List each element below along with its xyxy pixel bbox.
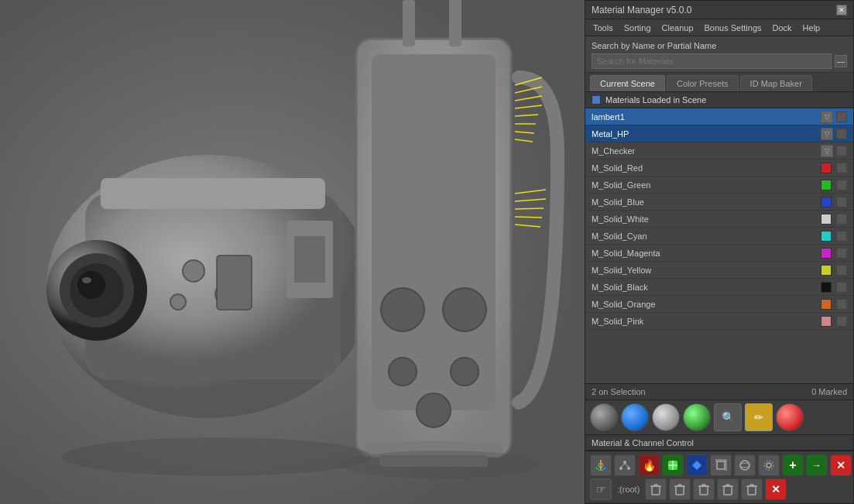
material-row[interactable]: Metal_HP ▽ bbox=[585, 125, 853, 142]
search-input[interactable] bbox=[592, 53, 832, 69]
preview-sphere-gray[interactable] bbox=[590, 403, 618, 431]
material-swatch bbox=[821, 265, 832, 276]
material-mark-button[interactable] bbox=[836, 129, 847, 139]
material-mark-button[interactable] bbox=[836, 163, 847, 173]
preview-sphere-silver[interactable] bbox=[652, 403, 680, 431]
material-row[interactable]: M_Solid_Green bbox=[585, 177, 853, 194]
svg-line-53 bbox=[625, 464, 629, 467]
svg-point-25 bbox=[417, 393, 451, 427]
material-name: M_Solid_Yellow bbox=[592, 266, 821, 275]
assign-green-button[interactable] bbox=[662, 454, 684, 476]
diamond-blue-button[interactable] bbox=[686, 454, 708, 476]
material-row[interactable]: M_Solid_Blue bbox=[585, 194, 853, 211]
search-label: Search by Name or Partial Name bbox=[592, 41, 847, 50]
channel-control-text: Material & Channel Control bbox=[592, 438, 694, 447]
menu-bonus-settings[interactable]: Bonus Settings bbox=[700, 22, 767, 34]
material-row[interactable]: M_Solid_Red bbox=[585, 159, 853, 177]
material-mark-button[interactable] bbox=[836, 197, 847, 207]
material-row[interactable]: M_Solid_Cyan bbox=[585, 228, 853, 245]
svg-line-46 bbox=[595, 468, 601, 471]
panel-title: Material Manager v5.0.0 bbox=[592, 5, 691, 15]
materials-list[interactable]: lambert1 ▽ Metal_HP ▽ M_Checker ▽ M_Soli… bbox=[585, 108, 853, 383]
material-swatch bbox=[821, 299, 832, 310]
material-swatch bbox=[821, 316, 832, 327]
menu-help[interactable]: Help bbox=[798, 22, 825, 34]
search-sphere-button[interactable]: 🔍 bbox=[714, 403, 742, 431]
material-swatch bbox=[821, 197, 832, 207]
svg-line-47 bbox=[601, 468, 606, 471]
material-mark-button[interactable] bbox=[836, 248, 847, 259]
svg-marker-57 bbox=[692, 461, 701, 470]
remove-red-button[interactable]: ✕ bbox=[830, 454, 852, 476]
preview-sphere-blue[interactable] bbox=[621, 403, 649, 431]
pencil-button[interactable]: ✏ bbox=[745, 403, 773, 431]
svg-rect-20 bbox=[372, 54, 496, 410]
material-name: M_Solid_Green bbox=[592, 180, 821, 190]
material-name: Metal_HP bbox=[592, 129, 821, 139]
menu-tools[interactable]: Tools bbox=[588, 22, 618, 34]
hand-tool-button[interactable]: ☞ bbox=[590, 478, 612, 500]
material-mark-button[interactable] bbox=[836, 146, 847, 156]
axis-icon-button[interactable] bbox=[590, 454, 612, 476]
material-type-icon: ▽ bbox=[821, 128, 833, 140]
preview-sphere-green[interactable] bbox=[683, 403, 711, 431]
svg-rect-26 bbox=[403, 0, 415, 46]
material-row[interactable]: M_Checker ▽ bbox=[585, 142, 853, 159]
material-row[interactable]: M_Solid_White bbox=[585, 211, 853, 228]
search-section: Search by Name or Partial Name — bbox=[585, 36, 853, 73]
materials-header: Materials Loaded in Scene bbox=[585, 92, 853, 108]
settings-button[interactable] bbox=[758, 454, 780, 476]
cube-wire-button[interactable] bbox=[710, 454, 732, 476]
search-collapse-button[interactable]: — bbox=[835, 55, 847, 67]
material-mark-button[interactable] bbox=[836, 231, 847, 242]
bottom-toolbar: 🔥 bbox=[585, 451, 853, 503]
material-mark-button[interactable] bbox=[836, 316, 847, 327]
svg-rect-58 bbox=[717, 461, 725, 469]
material-row[interactable]: M_Solid_Orange bbox=[585, 296, 853, 313]
trash-button-3[interactable] bbox=[693, 478, 715, 500]
svg-point-23 bbox=[389, 358, 417, 386]
preview-sphere-red[interactable] bbox=[776, 403, 804, 431]
channel-control-label: Material & Channel Control bbox=[585, 435, 853, 451]
add-green-button[interactable]: + bbox=[782, 454, 804, 476]
trash-button-4[interactable] bbox=[717, 478, 739, 500]
material-row[interactable]: M_Solid_Magenta bbox=[585, 245, 853, 262]
tab-color-presets[interactable]: Color Presets bbox=[667, 75, 739, 91]
remove-final-button[interactable]: ✕ bbox=[765, 478, 787, 500]
material-row[interactable]: M_Solid_Black bbox=[585, 279, 853, 296]
trash-button-1[interactable] bbox=[645, 478, 667, 500]
svg-point-44 bbox=[341, 451, 542, 478]
svg-rect-4 bbox=[101, 178, 325, 209]
material-row[interactable]: M_Solid_Pink bbox=[585, 313, 853, 330]
menu-cleanup[interactable]: Cleanup bbox=[657, 22, 698, 34]
menu-dock[interactable]: Dock bbox=[768, 22, 797, 34]
trash-button-2[interactable] bbox=[669, 478, 691, 500]
material-name: lambert1 bbox=[592, 112, 821, 122]
material-name: M_Solid_Magenta bbox=[592, 249, 821, 258]
svg-rect-16 bbox=[294, 236, 325, 283]
material-mark-button[interactable] bbox=[836, 111, 847, 122]
material-mark-button[interactable] bbox=[836, 299, 847, 310]
menu-sorting[interactable]: Sorting bbox=[619, 22, 656, 34]
tab-current-scene[interactable]: Current Scene bbox=[590, 75, 665, 91]
material-row[interactable]: M_Solid_Yellow bbox=[585, 262, 853, 279]
svg-point-11 bbox=[183, 260, 204, 282]
svg-point-66 bbox=[767, 463, 771, 468]
material-row[interactable]: lambert1 ▽ bbox=[585, 108, 853, 125]
material-type-icon: ▽ bbox=[821, 111, 833, 123]
material-mark-button[interactable] bbox=[836, 265, 847, 276]
marked-status: 0 Marked bbox=[811, 387, 847, 396]
delete-icon-button[interactable]: 🔥 bbox=[638, 454, 660, 476]
selection-status: 2 on Selection bbox=[592, 387, 646, 396]
material-mark-button[interactable] bbox=[836, 282, 847, 293]
material-mark-button[interactable] bbox=[836, 214, 847, 225]
sphere-wire-button[interactable] bbox=[734, 454, 756, 476]
network-icon-button[interactable] bbox=[614, 454, 636, 476]
material-mark-button[interactable] bbox=[836, 180, 847, 190]
svg-point-67 bbox=[764, 461, 773, 470]
close-button[interactable]: ✕ bbox=[836, 5, 847, 15]
material-name: M_Solid_Orange bbox=[592, 300, 821, 309]
assign-button[interactable]: → bbox=[806, 454, 828, 476]
trash-button-5[interactable] bbox=[741, 478, 763, 500]
tab-id-map-baker[interactable]: ID Map Baker bbox=[740, 75, 812, 91]
